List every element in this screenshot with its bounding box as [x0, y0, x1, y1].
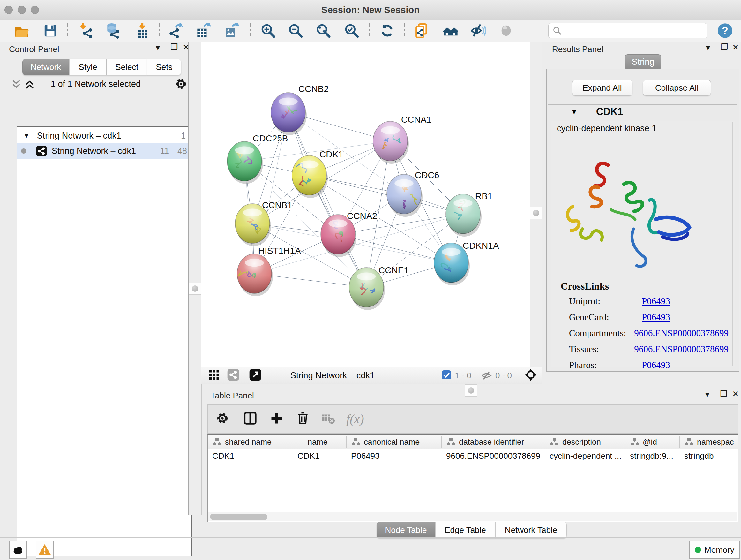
column-header-description[interactable]: description: [545, 435, 625, 449]
table-options-button[interactable]: [215, 411, 229, 427]
crosslink-value-link[interactable]: 9606.ENSP00000378699: [634, 344, 729, 354]
show-details-button[interactable]: [498, 22, 515, 39]
create-column-button[interactable]: [270, 411, 284, 427]
network-options-button[interactable]: [174, 77, 188, 92]
delete-column-button[interactable]: [296, 411, 310, 427]
node-label-CCNE1: CCNE1: [379, 265, 409, 275]
left-splitter-handle[interactable]: [189, 283, 201, 295]
tab-select[interactable]: Select: [107, 59, 147, 75]
network-edge-CCNB2-CCNE1[interactable]: [288, 112, 366, 287]
section-collapse-icon[interactable]: ▼: [570, 108, 578, 116]
table-cell[interactable]: cyclin-dependent ...: [549, 449, 623, 462]
memory-button[interactable]: Memory: [689, 541, 740, 559]
collapse-all-button[interactable]: Collapse All: [643, 80, 711, 96]
network-node-CCNB2[interactable]: [271, 92, 307, 135]
tab-network[interactable]: Network: [22, 59, 69, 75]
birds-eye-button[interactable]: [227, 368, 240, 382]
hidden-eye-slash-icon[interactable]: [481, 370, 492, 381]
delete-table-button-disabled[interactable]: [321, 411, 335, 427]
tab-string[interactable]: String: [625, 54, 661, 70]
network-node-HIST1H1A[interactable]: [237, 254, 273, 296]
network-collection-row[interactable]: ▼ String Network – cdk1 1: [17, 128, 192, 143]
selected-count: 1 - 0: [455, 371, 471, 381]
selected-checkbox[interactable]: [441, 370, 452, 381]
zoom-fit-button[interactable]: [315, 22, 332, 39]
warnings-button[interactable]: [36, 541, 54, 559]
tab-style[interactable]: Style: [69, 59, 107, 75]
panel-menu-icon[interactable]: ▾: [706, 44, 710, 52]
column-header-canonical-name[interactable]: canonical name: [347, 435, 442, 449]
network-node-CDC25B[interactable]: [227, 141, 263, 184]
help-button[interactable]: ?: [717, 22, 733, 39]
grid-view-button[interactable]: [208, 369, 220, 382]
refresh-button[interactable]: [379, 22, 395, 39]
column-type-icon: [213, 438, 221, 446]
cloud-button[interactable]: [9, 541, 27, 559]
network-edge-RB1-HIST1H1A[interactable]: [254, 214, 463, 273]
results-scrollbar[interactable]: [732, 122, 733, 366]
crosslink-value-link[interactable]: 9606.ENSP00000378699: [634, 328, 729, 338]
delete-table-icon: [321, 411, 335, 426]
function-builder-button-disabled[interactable]: f(x): [346, 412, 364, 427]
detach-view-button[interactable]: [249, 368, 262, 382]
hide-details-button[interactable]: [470, 22, 487, 39]
save-session-button[interactable]: [42, 22, 59, 39]
column-header-@id[interactable]: @id: [625, 435, 680, 449]
network-canvas[interactable]: CCNB2CCNA1CDC25BCDK1CDC6RB1CCNB1CCNA2CDK…: [201, 42, 530, 367]
tab-network-table[interactable]: Network Table: [495, 522, 567, 538]
panel-float-icon[interactable]: ❒: [171, 43, 178, 51]
table-cell[interactable]: P06493: [351, 449, 440, 462]
right-splitter[interactable]: [530, 42, 542, 367]
panel-float-icon[interactable]: ❒: [721, 43, 728, 51]
zoom-selected-button[interactable]: [343, 22, 360, 39]
crosslink-row: Tissues:9606.ENSP00000378699: [569, 344, 729, 354]
zoom-out-button[interactable]: [287, 22, 304, 39]
panel-menu-icon[interactable]: ▾: [705, 390, 710, 398]
current-network-dot-icon: [21, 148, 26, 153]
table-cell[interactable]: stringdb: [684, 449, 736, 462]
import-network-button[interactable]: [78, 22, 95, 39]
export-network-button[interactable]: [167, 22, 184, 39]
column-header-shared-name[interactable]: shared name: [208, 435, 293, 449]
table-cell[interactable]: CDK1: [297, 449, 345, 462]
show-columns-button[interactable]: [243, 411, 258, 427]
network-node-CDK1[interactable]: [292, 155, 328, 198]
zoom-in-button[interactable]: [260, 22, 276, 39]
toolbar-separator: [404, 23, 405, 38]
column-header-namespac[interactable]: namespac: [680, 435, 738, 449]
search-input[interactable]: [564, 26, 707, 36]
open-folder-icon: [14, 23, 29, 38]
network-edge-CDK1-RB1[interactable]: [309, 175, 463, 214]
network-node-CCNA1[interactable]: [373, 121, 409, 164]
expand-all-button[interactable]: Expand All: [572, 80, 632, 96]
column-header-name[interactable]: name: [293, 435, 347, 449]
crosslink-value-link[interactable]: P06493: [642, 296, 670, 307]
network-row-selected[interactable]: String Network – cdk1 11 48: [17, 143, 192, 159]
tab-sets[interactable]: Sets: [147, 59, 181, 75]
column-type-icon: [447, 438, 455, 446]
table-cell[interactable]: CDK1: [212, 449, 291, 462]
panel-close-icon[interactable]: ✕: [732, 390, 739, 398]
clone-network-button[interactable]: [414, 22, 430, 39]
hscrollbar-thumb[interactable]: [210, 514, 267, 520]
import-table-button[interactable]: [134, 22, 151, 39]
panel-float-icon[interactable]: ❒: [720, 389, 727, 398]
export-image-button[interactable]: [223, 22, 239, 39]
home-button[interactable]: [442, 22, 459, 39]
table-cell[interactable]: stringdb:9...: [630, 449, 678, 462]
tab-node-table[interactable]: Node Table: [377, 522, 435, 538]
crosslink-value-link[interactable]: P06493: [642, 312, 670, 322]
import-network-from-database-button[interactable]: [105, 22, 121, 39]
crosslink-value-link[interactable]: P06493: [642, 360, 670, 370]
network-node-CDC6[interactable]: [387, 174, 422, 217]
right-splitter-handle[interactable]: [530, 207, 542, 219]
panel-close-icon[interactable]: ✕: [732, 43, 739, 51]
open-session-button[interactable]: [13, 22, 30, 39]
panel-menu-icon[interactable]: ▾: [156, 44, 160, 52]
tab-edge-table[interactable]: Edge Table: [435, 522, 495, 538]
column-header-database-identifier[interactable]: database identifier: [442, 435, 545, 449]
table-cell[interactable]: 9606.ENSP00000378699: [446, 449, 543, 462]
collapse-triangle-icon[interactable]: ▼: [23, 132, 30, 140]
fit-selected-button[interactable]: [524, 368, 537, 383]
export-table-button[interactable]: [194, 22, 211, 39]
